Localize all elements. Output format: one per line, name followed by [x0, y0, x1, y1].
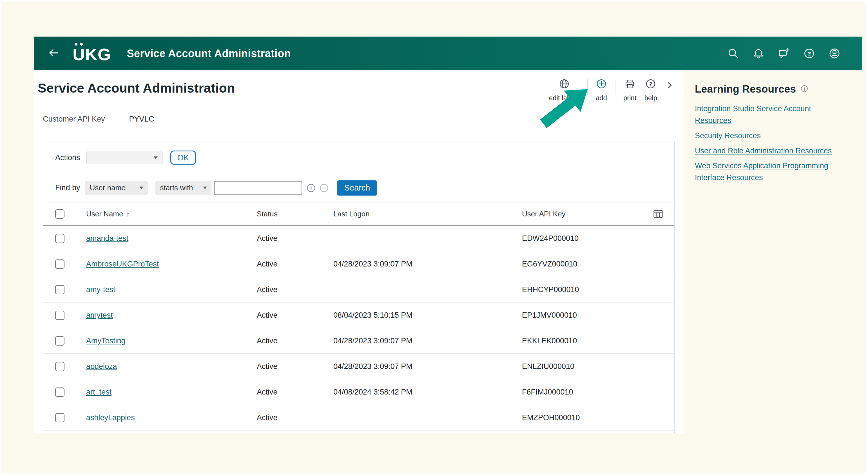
- row-checkbox[interactable]: [55, 387, 64, 397]
- user-name-link[interactable]: aodeloza: [86, 362, 117, 371]
- status-cell: Active: [257, 260, 333, 268]
- toolbar-help-button[interactable]: ? help: [645, 78, 657, 102]
- user-name-link[interactable]: ashleyLappies: [86, 413, 135, 422]
- status-cell: Active: [257, 388, 333, 397]
- find-operator-value: starts with: [160, 184, 193, 192]
- expand-toolbar-button[interactable]: [665, 81, 675, 91]
- search-icon[interactable]: [727, 47, 739, 60]
- api-key-cell: EDW24P000010: [522, 234, 674, 243]
- table-header: User Name ↑ Status Last Logon User API K…: [43, 202, 674, 226]
- add-button[interactable]: add: [596, 78, 607, 102]
- status-cell: Active: [257, 311, 333, 320]
- sort-asc-icon: ↑: [126, 210, 129, 218]
- find-field-value: User name: [90, 184, 126, 192]
- svg-text:?: ?: [807, 51, 811, 57]
- ukg-logo: UKG: [73, 44, 111, 63]
- appbar-title: Service Account Administration: [127, 48, 291, 60]
- page-title: Service Account Administration: [38, 81, 235, 96]
- customer-api-key-row: Customer API Key PYVLC: [43, 115, 154, 124]
- remove-criteria-icon[interactable]: [318, 182, 330, 194]
- row-checkbox[interactable]: [55, 413, 64, 422]
- header-last-logon[interactable]: Last Logon: [333, 210, 522, 218]
- page-toolbar: edit labels add print: [549, 78, 675, 102]
- api-key-cell: ENLZIU000010: [522, 362, 674, 371]
- row-checkbox[interactable]: [55, 362, 64, 371]
- header-user-api-key[interactable]: User API Key: [522, 210, 674, 218]
- last-logon-cell: 04/08/2024 3:58:42 PM: [333, 388, 522, 397]
- api-key-cell: EKKLEK000010: [522, 337, 674, 345]
- edit-labels-button[interactable]: edit labels: [549, 78, 580, 102]
- help-icon[interactable]: ?: [803, 47, 815, 60]
- actions-dropdown[interactable]: [87, 151, 162, 164]
- api-key-cell: EG6YVZ000010: [522, 260, 674, 268]
- globe-icon: [559, 78, 570, 91]
- help-circle-icon: ?: [645, 78, 656, 91]
- user-name-link[interactable]: art_test: [86, 388, 112, 397]
- actions-row: Actions OK: [43, 142, 674, 173]
- row-checkbox[interactable]: [55, 336, 64, 346]
- status-cell: Active: [257, 337, 333, 345]
- learning-link-security[interactable]: Security Resources: [695, 130, 847, 142]
- back-arrow-icon: [48, 47, 60, 60]
- row-checkbox[interactable]: [55, 234, 64, 243]
- add-criteria-icon[interactable]: [306, 182, 317, 194]
- last-logon-cell: 08/04/2023 5:10:15 PM: [333, 311, 522, 320]
- svg-text:?: ?: [649, 81, 653, 87]
- user-name-link[interactable]: amytest: [86, 311, 113, 320]
- service-accounts-panel: Actions OK Find by User name starts with: [43, 142, 675, 433]
- learning-link-web-services-api[interactable]: Web Services Application Programming Int…: [695, 160, 847, 184]
- add-icon: [596, 78, 607, 91]
- table-row: AmyTesting Active 04/28/2023 3:09:07 PM …: [43, 328, 674, 354]
- user-name-link[interactable]: amanda-test: [86, 234, 128, 243]
- status-cell: Active: [257, 285, 333, 294]
- table-row: ashleyLappies Active EMZPOH000010: [43, 405, 674, 431]
- toolbar-divider: [587, 79, 588, 95]
- print-button[interactable]: print: [623, 78, 637, 102]
- header-status[interactable]: Status: [257, 210, 333, 218]
- toolbar-help-label: help: [645, 94, 657, 102]
- printer-icon: [624, 78, 636, 91]
- feedback-icon[interactable]: [778, 47, 790, 60]
- last-logon-cell: 04/28/2023 3:09:07 PM: [333, 337, 522, 345]
- edit-labels-label: edit labels: [549, 94, 580, 102]
- toolbar-divider: [615, 79, 616, 95]
- row-checkbox[interactable]: [55, 311, 64, 320]
- table-row: aodeloza Active 04/28/2023 3:09:07 PM EN…: [43, 354, 674, 379]
- last-logon-cell: 04/28/2023 3:09:07 PM: [333, 260, 522, 268]
- table-body: amanda-test Active EDW24P000010 AmbroseU…: [43, 226, 674, 431]
- info-icon[interactable]: [800, 85, 808, 94]
- appbar-icons: ?: [727, 47, 841, 60]
- find-operator-dropdown[interactable]: starts with: [155, 181, 211, 195]
- search-input[interactable]: [214, 181, 302, 195]
- row-checkbox[interactable]: [55, 285, 64, 294]
- api-key-cell: F6FIMJ000010: [522, 388, 674, 397]
- find-field-dropdown[interactable]: User name: [85, 181, 148, 195]
- status-cell: Active: [257, 413, 333, 422]
- column-settings-icon[interactable]: [653, 210, 663, 221]
- customer-api-key-label: Customer API Key: [43, 115, 105, 124]
- table-row: amy-test Active EHHCYP000010: [43, 277, 674, 303]
- ok-button[interactable]: OK: [170, 151, 196, 165]
- header-user-name[interactable]: User Name: [86, 210, 123, 218]
- user-name-link[interactable]: AmyTesting: [86, 337, 126, 345]
- learning-resources-panel: Learning Resources Integration Studio Se…: [695, 83, 847, 187]
- row-checkbox[interactable]: [55, 259, 64, 269]
- api-key-cell: EP1JMV000010: [522, 311, 674, 320]
- notifications-icon[interactable]: [752, 47, 765, 60]
- select-all-checkbox[interactable]: [55, 209, 64, 219]
- back-button[interactable]: [47, 47, 60, 60]
- search-button[interactable]: Search: [337, 180, 377, 196]
- print-label: print: [623, 94, 637, 102]
- app-header: UKG Service Account Administration ?: [34, 37, 862, 70]
- account-icon[interactable]: [828, 47, 841, 60]
- user-name-link[interactable]: amy-test: [86, 285, 116, 294]
- table-row: art_test Active 04/08/2024 3:58:42 PM F6…: [43, 379, 674, 405]
- learning-link-integration-studio[interactable]: Integration Studio Service Account Resou…: [695, 103, 847, 127]
- table-row: AmbroseUKGProTest Active 04/28/2023 3:09…: [43, 251, 674, 277]
- ukg-logo-text: UKG: [73, 45, 111, 64]
- table-row: amytest Active 08/04/2023 5:10:15 PM EP1…: [43, 303, 674, 328]
- customer-api-key-value: PYVLC: [129, 115, 154, 124]
- learning-link-user-role-admin[interactable]: User and Role Administration Resources: [695, 145, 847, 157]
- user-name-link[interactable]: AmbroseUKGProTest: [86, 260, 159, 268]
- table-row: amanda-test Active EDW24P000010: [43, 226, 674, 251]
